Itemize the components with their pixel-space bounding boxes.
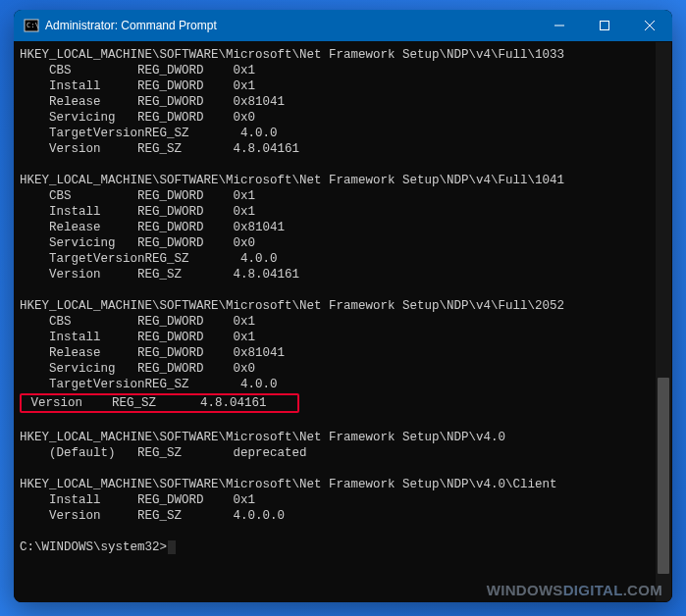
minimize-button[interactable] [537, 10, 582, 41]
registry-value: Release REG_DWORD 0x81041 [20, 220, 668, 235]
registry-value: CBS REG_DWORD 0x1 [20, 63, 668, 78]
registry-value: Servicing REG_DWORD 0x0 [20, 235, 668, 251]
registry-value: TargetVersionREG_SZ 4.0.0 [20, 251, 668, 267]
registry-value: Release REG_DWORD 0x81041 [20, 345, 668, 361]
registry-value: Install REG_DWORD 0x1 [20, 78, 668, 94]
registry-key-path: HKEY_LOCAL_MACHINE\SOFTWARE\Microsoft\Ne… [20, 47, 668, 63]
registry-value: (Default) REG_SZ deprecated [20, 445, 668, 461]
registry-value: Install REG_DWORD 0x1 [20, 204, 668, 220]
registry-key-block: HKEY_LOCAL_MACHINE\SOFTWARE\Microsoft\Ne… [20, 298, 668, 414]
registry-key-path: HKEY_LOCAL_MACHINE\SOFTWARE\Microsoft\Ne… [20, 477, 668, 492]
registry-value: CBS REG_DWORD 0x1 [20, 188, 668, 204]
cmd-icon: C:\ [24, 18, 39, 33]
registry-value: Release REG_DWORD 0x81041 [20, 94, 668, 110]
registry-key-path: HKEY_LOCAL_MACHINE\SOFTWARE\Microsoft\Ne… [20, 298, 668, 314]
registry-value: Version REG_SZ 4.8.04161 [20, 141, 668, 157]
command-prompt-line: C:\WINDOWS\system32> [20, 539, 668, 555]
registry-key-block: HKEY_LOCAL_MACHINE\SOFTWARE\Microsoft\Ne… [20, 430, 668, 461]
svg-rect-2 [601, 22, 609, 30]
command-prompt-window: C:\ Administrator: Command Prompt HKEY_L… [14, 10, 672, 602]
cursor [168, 540, 176, 554]
svg-text:C:\: C:\ [26, 22, 39, 29]
registry-key-block: HKEY_LOCAL_MACHINE\SOFTWARE\Microsoft\Ne… [20, 477, 668, 524]
registry-value: Version REG_SZ 4.0.0.0 [20, 508, 668, 524]
registry-value: Install REG_DWORD 0x1 [20, 330, 668, 345]
window-controls [537, 10, 672, 41]
registry-value: CBS REG_DWORD 0x1 [20, 314, 668, 330]
registry-value: TargetVersionREG_SZ 4.0.0 [20, 377, 668, 392]
window-title: Administrator: Command Prompt [45, 19, 537, 32]
console-output[interactable]: HKEY_LOCAL_MACHINE\SOFTWARE\Microsoft\Ne… [14, 41, 672, 602]
maximize-button[interactable] [582, 10, 627, 41]
registry-key-path: HKEY_LOCAL_MACHINE\SOFTWARE\Microsoft\Ne… [20, 173, 668, 188]
registry-value: Version REG_SZ 4.8.04161 [20, 267, 668, 282]
registry-value: TargetVersionREG_SZ 4.0.0 [20, 126, 668, 141]
registry-key-block: HKEY_LOCAL_MACHINE\SOFTWARE\Microsoft\Ne… [20, 47, 668, 157]
highlighted-registry-value: Version REG_SZ 4.8.04161 [20, 393, 299, 413]
registry-value: Servicing REG_DWORD 0x0 [20, 361, 668, 377]
scrollbar-thumb[interactable] [658, 378, 669, 574]
registry-value: Install REG_DWORD 0x1 [20, 492, 668, 508]
vertical-scrollbar[interactable] [656, 42, 671, 601]
registry-key-path: HKEY_LOCAL_MACHINE\SOFTWARE\Microsoft\Ne… [20, 430, 668, 445]
registry-value: Servicing REG_DWORD 0x0 [20, 110, 668, 126]
close-button[interactable] [627, 10, 672, 41]
titlebar[interactable]: C:\ Administrator: Command Prompt [14, 10, 672, 41]
registry-key-block: HKEY_LOCAL_MACHINE\SOFTWARE\Microsoft\Ne… [20, 173, 668, 282]
